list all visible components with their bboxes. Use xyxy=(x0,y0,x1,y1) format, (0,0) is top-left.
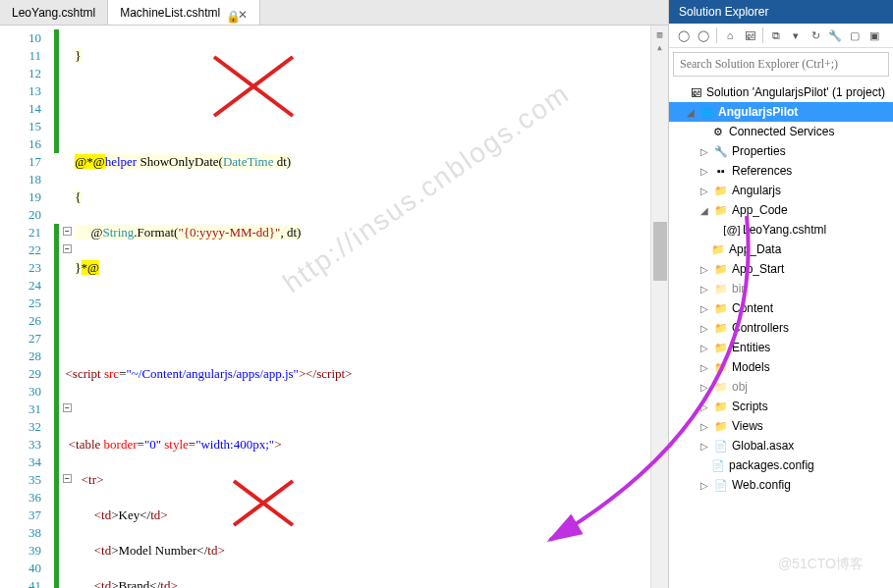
show-all-icon[interactable]: ▾ xyxy=(787,27,805,44)
preview-icon[interactable]: ▢ xyxy=(846,27,864,44)
tree-item-scripts[interactable]: ▷📁Scripts xyxy=(669,397,893,416)
properties-icon[interactable]: 🔧 xyxy=(826,27,844,44)
explorer-title: Solution Explorer xyxy=(669,0,893,24)
explorer-toolbar: ◯ ◯ ⌂ 🗟 ⧉ ▾ ↻ 🔧 ▢ ▣ xyxy=(669,24,893,48)
tree-item-web[interactable]: ▷📄Web.config xyxy=(669,475,893,495)
tree-item-appcode[interactable]: ◢📁App_Code xyxy=(669,200,893,220)
preview2-icon[interactable]: ▣ xyxy=(865,27,883,44)
close-icon[interactable]: ✕ xyxy=(238,8,248,18)
tree-item-packages[interactable]: 📄packages.config xyxy=(669,455,893,475)
forward-icon[interactable]: ◯ xyxy=(695,27,712,44)
lock-icon: 🔒 xyxy=(226,10,232,16)
watermark-corner: @51CTO博客 xyxy=(778,556,864,573)
tree-item-properties[interactable]: ▷🔧Properties xyxy=(669,141,893,161)
split-icon[interactable]: ▥ xyxy=(651,26,668,43)
tree-item-obj[interactable]: ▷📁obj xyxy=(669,377,893,397)
solution-tree[interactable]: 🗟Solution 'AngularjsPilot' (1 project) ◢… xyxy=(669,80,893,588)
tree-item-entities[interactable]: ▷📁Entities xyxy=(669,338,893,357)
tree-item-angularjs[interactable]: ▷📁Angularjs xyxy=(669,181,893,200)
code-area[interactable]: } @*@helper ShowOnlyDate(DateTime dt) { … xyxy=(49,26,650,588)
tree-item-appdata[interactable]: 📁App_Data xyxy=(669,240,893,259)
solution-node[interactable]: 🗟Solution 'AngularjsPilot' (1 project) xyxy=(669,82,893,102)
explorer-search-input[interactable] xyxy=(673,52,889,77)
tree-item-appstart[interactable]: ▷📁App_Start xyxy=(669,259,893,279)
tree-item-leoyang[interactable]: [@]LeoYang.cshtml xyxy=(669,220,893,240)
tab-bar: LeoYang.cshtml MachineList.cshtml🔒✕ xyxy=(0,0,668,26)
solution-explorer: Solution Explorer ◯ ◯ ⌂ 🗟 ⧉ ▾ ↻ 🔧 ▢ ▣ 🗟S… xyxy=(669,0,893,588)
tree-item-global[interactable]: ▷📄Global.asax xyxy=(669,436,893,455)
tree-item-content[interactable]: ▷📁Content xyxy=(669,298,893,318)
tab-leoyang[interactable]: LeoYang.cshtml xyxy=(0,0,108,25)
collapse-icon[interactable]: ⧉ xyxy=(767,27,785,44)
tree-item-controllers[interactable]: ▷📁Controllers xyxy=(669,318,893,338)
refresh-icon[interactable]: ↻ xyxy=(807,27,824,44)
tree-item-models[interactable]: ▷📁Models xyxy=(669,357,893,377)
line-numbers: 1011121314151617181920212223242526272829… xyxy=(0,26,49,588)
tree-item-bin[interactable]: ▷📁bin xyxy=(669,279,893,298)
editor-pane: LeoYang.cshtml MachineList.cshtml🔒✕ 1011… xyxy=(0,0,669,588)
sync-icon[interactable]: 🗟 xyxy=(741,27,758,44)
home-icon[interactable]: ⌂ xyxy=(721,27,739,44)
tab-machinelist[interactable]: MachineList.cshtml🔒✕ xyxy=(108,0,260,25)
tree-item-views[interactable]: ▷📁Views xyxy=(669,416,893,436)
tree-item-connected[interactable]: ⚙Connected Services xyxy=(669,122,893,141)
back-icon[interactable]: ◯ xyxy=(675,27,693,44)
tree-item-references[interactable]: ▷▪▪References xyxy=(669,161,893,181)
project-node[interactable]: ◢🌐AngularjsPilot xyxy=(669,102,893,122)
vertical-scrollbar[interactable]: ▥ ▲ xyxy=(650,26,668,588)
editor-body[interactable]: 1011121314151617181920212223242526272829… xyxy=(0,26,668,588)
